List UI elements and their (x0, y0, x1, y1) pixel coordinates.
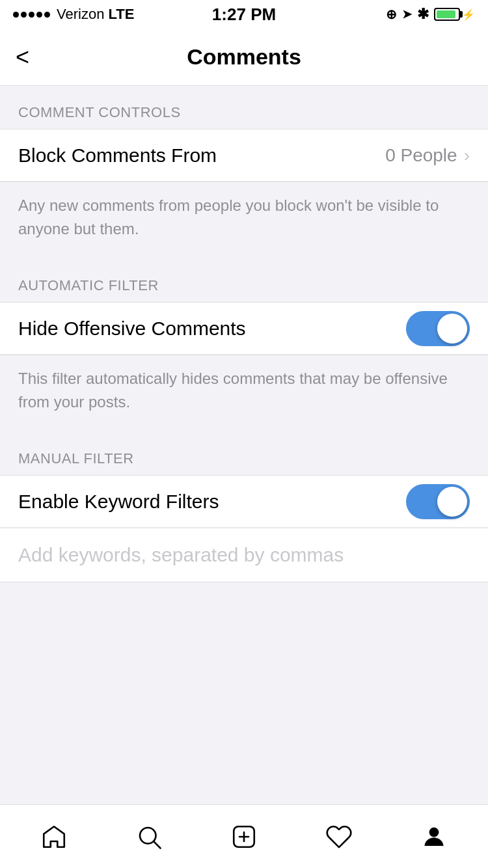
manual-filter-row: Enable Keyword Filters Add keywords, sep… (0, 475, 488, 582)
automatic-filter-label: AUTOMATIC FILTER (18, 277, 159, 293)
block-comments-label: Block Comments From (18, 144, 217, 167)
signal-dot-1 (13, 12, 19, 18)
hide-offensive-toggle[interactable] (406, 311, 470, 346)
toggle-track-offensive (406, 311, 470, 346)
tab-likes[interactable] (300, 814, 378, 860)
tab-profile[interactable] (395, 814, 473, 860)
manual-filter-section-header: MANUAL FILTER (0, 432, 488, 475)
svg-line-1 (154, 841, 161, 848)
toggle-thumb-keywords (437, 487, 467, 517)
status-bar: Verizon LTE 1:27 PM ⊕ ➤ ✱ ⚡ (0, 0, 488, 29)
signal-dot-5 (44, 12, 50, 18)
svg-point-0 (140, 828, 156, 844)
manual-filter-label: MANUAL FILTER (18, 450, 134, 467)
hide-offensive-label: Hide Offensive Comments (18, 318, 246, 340)
automatic-filter-row: Hide Offensive Comments (0, 302, 488, 355)
block-comments-count: 0 People (385, 145, 457, 166)
keywords-input-area[interactable]: Add keywords, separated by commas (0, 528, 488, 582)
hide-offensive-row: Hide Offensive Comments (0, 303, 488, 355)
status-time: 1:27 PM (212, 5, 276, 25)
orientation-lock-icon: ⊕ (386, 7, 397, 22)
carrier-label: Verizon (57, 6, 104, 23)
signal-dot-2 (21, 12, 27, 18)
comment-controls-label: COMMENT CONTROLS (18, 104, 181, 120)
keyword-filters-toggle[interactable] (406, 484, 470, 519)
status-right: ⊕ ➤ ✱ ⚡ (386, 6, 475, 23)
empty-content-area (0, 582, 488, 778)
keywords-placeholder: Add keywords, separated by commas (18, 544, 344, 565)
block-comments-value[interactable]: 0 People › (385, 145, 470, 166)
status-left: Verizon LTE (13, 6, 134, 23)
battery-icon (434, 8, 460, 21)
search-icon (135, 823, 163, 850)
signal-dot-4 (36, 12, 42, 18)
home-icon (40, 823, 68, 850)
profile-icon (420, 823, 448, 850)
network-type: LTE (108, 6, 134, 23)
nav-header: < Comments (0, 29, 488, 86)
heart-icon (325, 823, 353, 850)
tab-search[interactable] (110, 814, 188, 860)
page-title: Comments (187, 44, 301, 70)
battery-container: ⚡ (434, 8, 475, 21)
battery-fill (437, 10, 455, 18)
main-content: COMMENT CONTROLS Block Comments From 0 P… (0, 86, 488, 843)
bluetooth-icon: ✱ (417, 6, 429, 23)
block-comments-description-block: Any new comments from people you block w… (0, 182, 488, 259)
tab-bar (0, 804, 488, 868)
toggle-track-keywords (406, 484, 470, 519)
keyword-filters-label: Enable Keyword Filters (18, 491, 219, 513)
comment-controls-section-header: COMMENT CONTROLS (0, 86, 488, 129)
chevron-right-icon: › (464, 145, 470, 166)
tab-home[interactable] (15, 814, 93, 860)
tab-add[interactable] (205, 814, 283, 860)
comment-controls-row: Block Comments From 0 People › (0, 129, 488, 182)
signal-dots (13, 12, 50, 18)
automatic-filter-section-header: AUTOMATIC FILTER (0, 259, 488, 302)
block-comments-row[interactable]: Block Comments From 0 People › (0, 129, 488, 182)
svg-point-5 (429, 828, 439, 837)
toggle-thumb-offensive (437, 314, 467, 344)
signal-dot-3 (29, 12, 34, 18)
back-button[interactable]: < (16, 44, 29, 71)
location-icon: ➤ (402, 7, 412, 21)
charging-icon: ⚡ (462, 8, 475, 21)
keyword-filters-row: Enable Keyword Filters (0, 476, 488, 528)
add-icon (230, 823, 258, 850)
block-comments-description: Any new comments from people you block w… (18, 197, 439, 237)
automatic-filter-description: This filter automatically hides comments… (18, 370, 448, 411)
automatic-filter-description-block: This filter automatically hides comments… (0, 355, 488, 432)
